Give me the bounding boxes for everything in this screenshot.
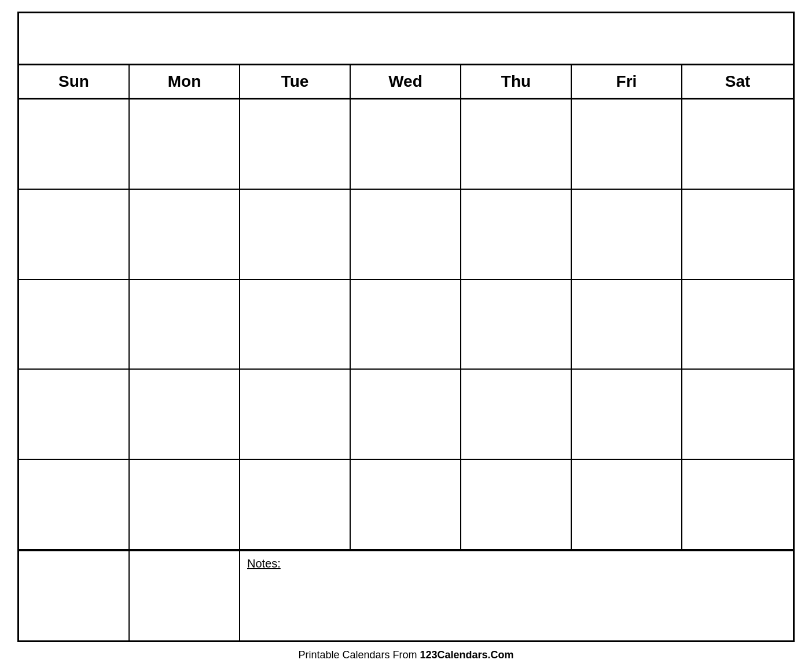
notes-empty-cell-2 bbox=[130, 551, 240, 640]
table-row bbox=[240, 370, 351, 459]
table-row bbox=[351, 100, 461, 189]
table-row bbox=[240, 190, 351, 279]
footer-text-normal: Printable Calendars From bbox=[298, 649, 420, 661]
table-row bbox=[19, 460, 130, 549]
table-row bbox=[572, 280, 682, 369]
table-row bbox=[461, 100, 572, 189]
table-row bbox=[130, 100, 240, 189]
calendar-row-5 bbox=[19, 460, 793, 550]
table-row bbox=[130, 370, 240, 459]
header-thu: Thu bbox=[461, 65, 572, 98]
table-row bbox=[130, 280, 240, 369]
table-row bbox=[351, 460, 461, 549]
table-row bbox=[682, 280, 793, 369]
page-wrapper: Sun Mon Tue Wed Thu Fri Sat bbox=[0, 0, 812, 667]
notes-label: Notes: bbox=[247, 557, 281, 570]
footer: Printable Calendars From 123Calendars.Co… bbox=[298, 649, 513, 661]
footer-text-bold: 123Calendars.Com bbox=[420, 649, 514, 661]
calendar-row-2 bbox=[19, 190, 793, 280]
table-row bbox=[240, 280, 351, 369]
table-row bbox=[130, 460, 240, 549]
calendar-container: Sun Mon Tue Wed Thu Fri Sat bbox=[17, 12, 795, 642]
table-row bbox=[461, 460, 572, 549]
table-row bbox=[461, 370, 572, 459]
calendar-row-4 bbox=[19, 370, 793, 460]
header-tue: Tue bbox=[240, 65, 351, 98]
table-row bbox=[351, 280, 461, 369]
header-sun: Sun bbox=[19, 65, 130, 98]
calendar-row-3 bbox=[19, 280, 793, 370]
table-row bbox=[682, 370, 793, 459]
table-row bbox=[240, 460, 351, 549]
header-mon: Mon bbox=[130, 65, 240, 98]
table-row bbox=[572, 190, 682, 279]
table-row bbox=[19, 190, 130, 279]
table-row bbox=[682, 100, 793, 189]
header-sat: Sat bbox=[682, 65, 793, 98]
calendar-header-row: Sun Mon Tue Wed Thu Fri Sat bbox=[19, 65, 793, 100]
calendar-row-1 bbox=[19, 100, 793, 190]
notes-empty-cell-1 bbox=[19, 551, 130, 640]
notes-content-cell: Notes: bbox=[240, 551, 793, 640]
table-row bbox=[19, 100, 130, 189]
calendar-body: Notes: bbox=[19, 100, 793, 640]
table-row bbox=[351, 190, 461, 279]
header-fri: Fri bbox=[572, 65, 682, 98]
table-row bbox=[572, 100, 682, 189]
calendar-title-row bbox=[19, 13, 793, 65]
table-row bbox=[682, 460, 793, 549]
table-row bbox=[130, 190, 240, 279]
table-row bbox=[461, 280, 572, 369]
header-wed: Wed bbox=[351, 65, 461, 98]
table-row bbox=[572, 460, 682, 549]
notes-row: Notes: bbox=[19, 550, 793, 640]
table-row bbox=[461, 190, 572, 279]
table-row bbox=[240, 100, 351, 189]
table-row bbox=[572, 370, 682, 459]
table-row bbox=[19, 280, 130, 369]
table-row bbox=[682, 190, 793, 279]
table-row bbox=[351, 370, 461, 459]
table-row bbox=[19, 370, 130, 459]
